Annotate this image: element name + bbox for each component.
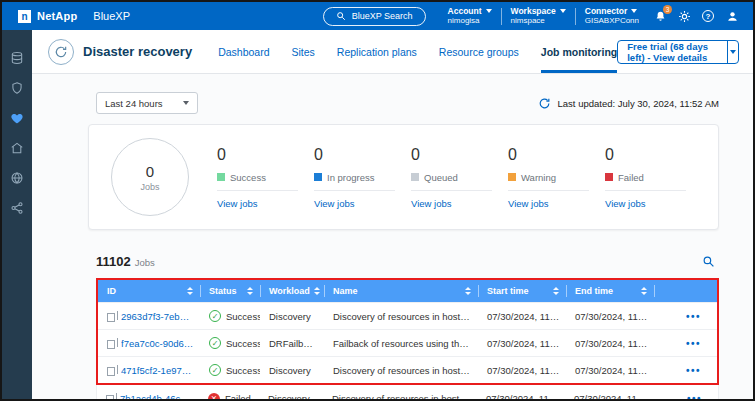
storage-icon[interactable] [10,50,25,65]
stat-label: In progress [327,172,375,183]
refresh-icon[interactable] [538,97,551,110]
governance-icon[interactable] [10,80,25,95]
view-jobs-link[interactable]: View jobs [605,198,686,209]
stat-label: Success [230,172,266,183]
job-id-link[interactable]: 7b1acd4b-46c4-494... [120,393,193,399]
topbar-divider [501,8,502,25]
topbar-menus: Account nimogisa Workspace nimspace Conn… [448,6,639,27]
connector-menu[interactable]: Connector GISABXPConn [585,6,639,27]
tab-job-monitoring[interactable]: Job monitoring [541,30,617,73]
chevron-down-icon [183,101,189,105]
table-row[interactable]: 471f5cf2-1e97-48ca-... Success Discovery… [98,356,717,383]
column-header-end-time[interactable]: End time [566,280,654,302]
left-nav [2,30,32,399]
column-header-status[interactable]: Status [200,280,260,302]
table-row[interactable]: 2963d7f3-7eb0-475d Success Discovery Dis… [98,302,717,329]
tab-resource-groups[interactable]: Resource groups [439,30,519,73]
job-name: Failback of resources using the replicat… [324,338,478,349]
job-name: Discovery of resources in host 172.21.16… [324,365,478,376]
jobs-table: ID Status Workload Name Start time End t… [96,278,719,385]
copy-icon[interactable] [107,367,115,376]
view-jobs-link[interactable]: View jobs [314,198,395,209]
bluexp-search-button[interactable]: BlueXP Search [323,7,426,26]
job-start-time: 07/30/2024, 11:52:... [478,311,566,322]
stat-value: 0 [314,146,395,164]
user-menu-button[interactable] [725,9,739,23]
connector-label: Connector [585,6,628,17]
sort-icon[interactable] [461,287,471,295]
sort-icon[interactable] [637,287,647,295]
table-row[interactable]: f7ea7c0c-90d6-49b2 Success DRFailback Fa… [98,329,717,356]
row-actions-menu[interactable] [654,365,717,376]
jobs-table-overflow: 7b1acd4b-46c4-494... Failed Discovery Di… [96,385,719,399]
stat-value: 0 [605,146,686,164]
column-header-id[interactable]: ID [98,280,200,302]
total-jobs-circle: 0 Jobs [111,138,189,216]
free-trial-button[interactable]: Free trial (68 days left) - View details [617,40,739,64]
column-header-start-time[interactable]: Start time [478,280,566,302]
extend-icon[interactable] [10,170,25,185]
tab-sites[interactable]: Sites [292,30,315,73]
time-range-select[interactable]: Last 24 hours [96,92,198,114]
account-menu[interactable]: Account nimogisa [448,6,492,27]
brand-name: NetApp [37,10,77,22]
sort-icon[interactable] [183,287,193,295]
top-bar: n NetApp BlueXP BlueXP Search Account ni… [2,2,753,30]
column-header-actions [654,280,717,302]
stat-label: Warning [521,172,556,183]
column-header-name[interactable]: Name [324,280,478,302]
job-id-link[interactable]: 471f5cf2-1e97-48ca-... [121,365,194,376]
search-icon[interactable] [702,255,715,268]
copy-icon[interactable] [107,313,115,322]
job-id-link[interactable]: f7ea7c0c-90d6-49b2 [121,338,194,349]
stat-failed: 0 Failed View jobs [605,146,702,209]
time-range-value: Last 24 hours [105,98,163,109]
row-actions-menu[interactable] [654,338,717,349]
view-jobs-link[interactable]: View jobs [411,198,492,209]
chevron-down-icon [730,50,736,54]
sort-icon[interactable] [310,287,320,295]
mobility-icon[interactable] [10,140,25,155]
row-actions-menu[interactable] [654,311,717,322]
copy-icon[interactable] [106,395,114,399]
jobs-count: 11102 [96,254,131,269]
workspace-menu[interactable]: Workspace nimspace [511,6,566,27]
stat-in-progress: 0 In progress View jobs [314,146,411,209]
sort-icon[interactable] [549,287,559,295]
jobs-list-header: 11102Jobs [96,252,715,270]
job-workload: Discovery [259,393,323,399]
notification-badge: 3 [663,5,672,14]
stat-value: 0 [217,146,298,164]
last-updated-text: Last updated: July 30, 2024, 11:52 AM [558,98,719,109]
total-jobs-value: 0 [146,163,154,180]
share-icon[interactable] [10,200,25,215]
sort-icon[interactable] [243,287,253,295]
account-value: nimogisa [448,16,492,26]
settings-button[interactable] [677,9,691,23]
protection-icon[interactable] [10,110,25,125]
job-id-link[interactable]: 2963d7f3-7eb0-475d [121,311,194,322]
job-name: Discovery of resources in host 172.21.16… [323,393,477,399]
column-header-workload[interactable]: Workload [260,280,324,302]
service-tabs: Dashboard Sites Replication plans Resour… [218,30,617,73]
job-status: Success [226,365,260,376]
search-label: BlueXP Search [352,11,413,21]
tab-replication-plans[interactable]: Replication plans [337,30,417,73]
main-area: Disaster recovery Dashboard Sites Replic… [32,30,753,399]
stat-label: Queued [424,172,458,183]
last-updated: Last updated: July 30, 2024, 11:52 AM [538,97,719,110]
free-trial-dropdown[interactable] [727,41,738,63]
help-button[interactable]: ? [701,9,715,23]
queued-legend-icon [411,173,419,181]
row-actions-menu[interactable] [653,393,718,399]
topbar-divider [575,8,576,25]
job-workload: DRFailback [260,338,324,349]
tab-dashboard[interactable]: Dashboard [218,30,269,73]
view-jobs-link[interactable]: View jobs [508,198,589,209]
table-row[interactable]: 7b1acd4b-46c4-494... Failed Discovery Di… [97,385,718,399]
job-start-time: 07/30/2024, 11:4... [477,393,565,399]
page-title: Disaster recovery [83,44,192,59]
view-jobs-link[interactable]: View jobs [217,198,298,209]
notifications-button[interactable]: 3 [653,9,667,23]
copy-icon[interactable] [107,340,115,349]
